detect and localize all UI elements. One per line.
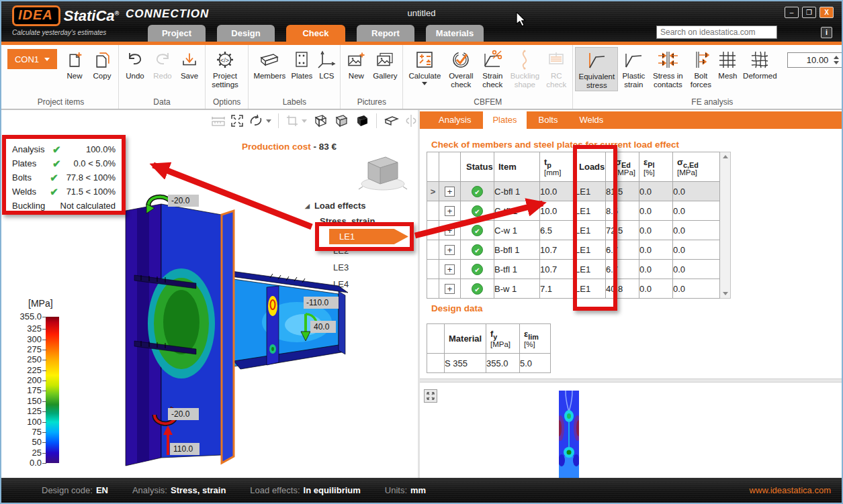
tab-project[interactable]: Project (148, 25, 206, 42)
search-input[interactable] (656, 26, 777, 39)
members-labels-button[interactable]: Members (251, 47, 288, 81)
new-image-icon (347, 48, 365, 72)
table-row[interactable]: > + ✔ C-bfl 110.0 LE181.5 0.00.0 (427, 182, 720, 201)
project-settings-button[interactable]: </> Project settings (208, 47, 242, 90)
deformed-scale-stepper[interactable]: 10.00 (787, 52, 842, 68)
expand-plus-button[interactable]: + (445, 187, 455, 197)
maximize-button[interactable]: ❐ (802, 7, 816, 18)
undo-icon (126, 48, 144, 72)
stress-in-contacts-button[interactable]: Stress in contacts (649, 47, 686, 90)
table-row[interactable]: + ✔ B-w 17.1 LE140.8 0.00.0 (427, 279, 720, 299)
stepper-down-icon[interactable] (834, 61, 839, 64)
copy-item-button[interactable]: Copy (88, 47, 116, 81)
production-cost: Production cost - 83 € (242, 142, 337, 152)
save-button[interactable]: Save (176, 47, 203, 81)
strain-check-button[interactable]: Strain check (478, 47, 507, 90)
table-row[interactable]: + ✔ C-tfl 110.0 LE18.5 0.00.0 (427, 201, 720, 221)
tab-design[interactable]: Design (217, 25, 275, 42)
tab-materials[interactable]: Materials (426, 25, 484, 42)
plate-stress-preview[interactable] (559, 391, 579, 478)
lcs-button[interactable]: LCS (315, 47, 338, 81)
main-area: Analysis✔100.0% Plates✔0.0 < 5.0% Bolts✔… (1, 109, 842, 478)
mesh-icon (718, 48, 737, 72)
table-row[interactable]: + ✔ B-tfl 110.7 LE16.7 0.00.0 (427, 260, 720, 279)
table-row[interactable]: + ✔ C-w 16.5 LE172.5 0.00.0 (427, 221, 720, 240)
mirror-view-icon[interactable] (404, 114, 418, 128)
expand-plus-button[interactable]: + (445, 284, 455, 294)
redo-button[interactable]: Redo (149, 47, 176, 81)
overall-check-button[interactable]: Overall check (444, 47, 478, 90)
expand-plus-button[interactable]: + (445, 225, 455, 236)
design-data-table-wrap: Material fy[MPa] εlim[%] S 355 355.0 5.0 (427, 323, 551, 373)
new-page-icon (66, 48, 84, 72)
tab-check[interactable]: Check (286, 25, 345, 42)
redo-icon (153, 48, 172, 72)
brand-name: StatiCa (64, 7, 115, 24)
design-data-row[interactable]: S 355 355.0 5.0 (427, 354, 551, 373)
zoom-fit-icon[interactable] (230, 114, 244, 128)
plates-labels-button[interactable]: Plates (288, 47, 315, 81)
deformed-button[interactable]: Deformed (740, 47, 779, 81)
stepper-up-icon[interactable] (834, 56, 839, 59)
close-button[interactable]: X (819, 7, 834, 18)
row-selector-icon[interactable]: > (427, 182, 439, 201)
navigation-cube[interactable] (356, 149, 410, 195)
table-scrollbar[interactable] (720, 152, 731, 299)
zoom-window-icon[interactable] (285, 114, 307, 128)
deformed-mesh-icon (750, 48, 769, 72)
tab-report[interactable]: Report (357, 25, 414, 42)
scroll-down-icon[interactable] (723, 292, 728, 295)
tab-analysis[interactable]: Analysis (429, 111, 480, 129)
plastic-strain-button[interactable]: Plastic strain (618, 47, 649, 90)
check-ok-icon: ✔ (52, 158, 70, 170)
expand-preview-button[interactable] (424, 389, 437, 403)
buckling-shape-button[interactable]: Buckling shape (507, 47, 542, 90)
section-view-icon[interactable] (384, 114, 400, 128)
col-eps-lim: εlim[%] (520, 324, 551, 354)
gallery-button[interactable]: Gallery (369, 47, 400, 81)
shaded-view-icon[interactable] (332, 113, 349, 128)
status-design-code: Design code:EN (42, 485, 108, 495)
document-title: untitled (408, 8, 436, 18)
expand-plus-button[interactable]: + (445, 264, 455, 274)
table-row[interactable]: + ✔ B-bfl 110.7 LE16.7 0.00.0 (427, 240, 720, 260)
status-ok-icon: ✔ (472, 205, 483, 217)
tab-welds[interactable]: Welds (570, 111, 613, 129)
idea-logo: IDEA (12, 5, 60, 26)
minimize-button[interactable]: – (785, 7, 799, 18)
app-window: IDEA StatiCa® Calculate yesterday's esti… (0, 0, 843, 504)
calculate-button[interactable]: Calculate (405, 47, 444, 86)
scroll-up-icon[interactable] (723, 155, 728, 158)
new-picture-button[interactable]: New (343, 47, 369, 81)
bolt-forces-button[interactable]: Bolt forces (686, 47, 715, 90)
buckling-shape-icon (517, 48, 533, 72)
undo-button[interactable]: Undo (121, 47, 149, 81)
rc-check-button[interactable]: RC check (542, 47, 570, 90)
label-top-moment: -20.0 (171, 196, 190, 205)
deformed-scale-value: 10.00 (788, 55, 832, 65)
tab-bolts[interactable]: Bolts (529, 111, 568, 129)
rotate-view-icon[interactable] (249, 114, 271, 128)
info-button[interactable]: i (821, 27, 832, 38)
calculate-dropdown-icon[interactable] (422, 82, 427, 85)
new-item-button[interactable]: New (61, 47, 88, 81)
expand-plus-button[interactable]: + (445, 245, 455, 255)
production-cost-label: Production cost (242, 142, 311, 152)
fem-model[interactable]: -20.0 -110.0 40.0 -20.0 110.0 (102, 189, 357, 504)
solid-view-icon[interactable] (353, 113, 369, 128)
wireframe-view-icon[interactable] (312, 113, 328, 128)
equivalent-stress-button[interactable]: Equivalent stress (575, 47, 618, 91)
website-link[interactable]: www.ideastatica.com (750, 485, 831, 495)
tab-plates[interactable]: Plates (483, 111, 526, 129)
design-data-table: Material fy[MPa] εlim[%] S 355 355.0 5.0 (427, 323, 551, 373)
mesh-button[interactable]: Mesh (715, 47, 740, 81)
expand-plus-button[interactable]: + (445, 206, 455, 216)
design-data-title: Design data (431, 303, 483, 313)
viewport-3d[interactable]: Analysis✔100.0% Plates✔0.0 < 5.0% Bolts✔… (1, 110, 420, 478)
rc-check-icon (546, 48, 566, 72)
status-ok-icon: ✔ (472, 264, 483, 275)
col-tp: tp[mm] (540, 152, 575, 182)
measure-tool-icon[interactable] (211, 115, 226, 127)
group-caption-labels: Labels (251, 97, 338, 109)
connection-selector[interactable]: CON1 (7, 49, 57, 69)
